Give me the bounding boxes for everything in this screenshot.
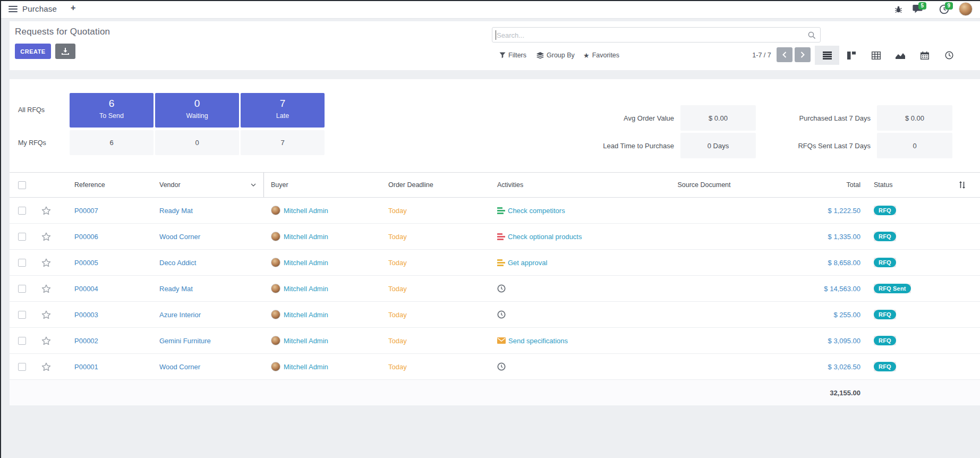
my-to-send-value[interactable]: 6	[70, 130, 154, 155]
view-list-button[interactable]	[815, 46, 839, 65]
app-name[interactable]: Purchase	[22, 4, 57, 13]
pager-previous-button[interactable]	[777, 47, 792, 62]
favorite-star-icon[interactable]	[41, 336, 51, 345]
clock-icon[interactable]	[497, 310, 506, 319]
row-checkbox[interactable]	[18, 259, 26, 267]
vendor-link[interactable]: Ready Mat	[159, 207, 193, 215]
favorite-star-icon[interactable]	[41, 362, 51, 371]
table-row[interactable]: P00005Deco AddictMitchell AdminTodayGet …	[10, 250, 980, 276]
table-row[interactable]: P00002Gemini FurnitureMitchell AdminToda…	[10, 328, 980, 354]
buyer-link[interactable]: Mitchell Admin	[284, 311, 328, 319]
search-icon[interactable]	[808, 31, 816, 41]
pager-next-button[interactable]	[795, 47, 811, 62]
my-late-value[interactable]: 7	[241, 130, 325, 155]
vendor-link[interactable]: Wood Corner	[159, 363, 200, 371]
debug-bug-icon[interactable]	[894, 5, 902, 15]
optional-columns-button[interactable]	[944, 173, 980, 197]
vendor-link[interactable]: Deco Addict	[159, 259, 196, 267]
table-header: Reference Vendor Buyer Order Deadline Ac…	[10, 172, 980, 198]
row-checkbox[interactable]	[18, 337, 26, 345]
calendar-view-icon	[921, 52, 929, 60]
card-waiting[interactable]: 0 Waiting	[155, 93, 239, 128]
vendor-link[interactable]: Gemini Furniture	[159, 337, 211, 345]
row-checkbox[interactable]	[18, 207, 26, 215]
header-order-deadline[interactable]: Order Deadline	[379, 173, 488, 197]
filters-button[interactable]: Filters	[499, 50, 526, 61]
reference-link[interactable]: P00005	[74, 259, 98, 267]
select-all-checkbox[interactable]	[18, 181, 26, 189]
activities-clock-icon[interactable]: 9	[939, 4, 949, 16]
favorite-star-icon[interactable]	[41, 310, 51, 319]
reference-link[interactable]: P00001	[74, 363, 98, 371]
tasks-icon[interactable]	[497, 233, 505, 240]
clock-icon[interactable]	[497, 362, 506, 371]
layers-icon	[536, 52, 544, 59]
favorite-star-icon[interactable]	[41, 284, 51, 293]
header-total[interactable]: Total	[782, 173, 864, 197]
vendor-link[interactable]: Azure Interior	[159, 311, 201, 319]
my-waiting-value[interactable]: 0	[155, 130, 239, 155]
search-input[interactable]: Search...	[492, 27, 821, 43]
top-navbar: Purchase + 5 9	[0, 0, 980, 19]
order-deadline: Today	[388, 233, 407, 241]
reference-link[interactable]: P00004	[74, 285, 98, 293]
buyer-link[interactable]: Mitchell Admin	[284, 363, 328, 371]
reference-link[interactable]: P00007	[74, 207, 98, 215]
tasks-icon[interactable]	[497, 259, 505, 266]
view-kanban-button[interactable]	[839, 46, 864, 65]
table-row[interactable]: P00001Wood CornerMitchell AdminToday$ 3,…	[10, 354, 980, 380]
window-border-left	[0, 0, 1, 458]
new-tab-plus-icon[interactable]: +	[71, 3, 75, 13]
apps-menu-icon[interactable]	[8, 6, 18, 12]
reference-link[interactable]: P00002	[74, 337, 98, 345]
card-late[interactable]: 7 Late	[241, 93, 325, 128]
reference-link[interactable]: P00003	[74, 311, 98, 319]
all-rfqs-filter[interactable]: All RFQs	[18, 106, 45, 114]
table-row[interactable]: P00003Azure InteriorMitchell AdminToday$…	[10, 302, 980, 328]
header-activities[interactable]: Activities	[488, 173, 626, 197]
activity-link[interactable]: Send specifications	[508, 337, 568, 345]
view-activity-button[interactable]	[937, 46, 961, 65]
header-status[interactable]: Status	[864, 173, 944, 197]
table-row[interactable]: P00007Ready MatMitchell AdminTodayCheck …	[10, 198, 980, 224]
row-checkbox[interactable]	[18, 233, 26, 241]
favorite-star-icon[interactable]	[41, 206, 51, 215]
clock-icon[interactable]	[497, 284, 506, 293]
group-by-button[interactable]: Group By	[536, 50, 575, 61]
activity-link[interactable]: Get approval	[508, 259, 547, 267]
reference-link[interactable]: P00006	[74, 233, 98, 241]
activity-link[interactable]: Check optional products	[508, 233, 582, 241]
buyer-link[interactable]: Mitchell Admin	[284, 207, 328, 215]
view-calendar-button[interactable]	[913, 46, 937, 65]
row-checkbox[interactable]	[18, 311, 26, 319]
header-vendor[interactable]: Vendor	[156, 173, 264, 197]
buyer-link[interactable]: Mitchell Admin	[284, 233, 328, 241]
header-buyer[interactable]: Buyer	[264, 173, 379, 197]
vendor-link[interactable]: Wood Corner	[159, 233, 200, 241]
buyer-link[interactable]: Mitchell Admin	[284, 259, 328, 267]
buyer-link[interactable]: Mitchell Admin	[284, 285, 328, 293]
favorite-star-icon[interactable]	[41, 258, 51, 267]
messages-icon[interactable]: 5	[913, 4, 923, 16]
table-row[interactable]: P00004Ready MatMitchell AdminToday$ 14,5…	[10, 276, 980, 302]
user-avatar[interactable]	[959, 2, 973, 16]
activity-link[interactable]: Check competitors	[508, 207, 565, 215]
header-source-document[interactable]: Source Document	[626, 173, 782, 197]
export-button[interactable]	[55, 44, 75, 59]
envelope-icon[interactable]	[497, 337, 506, 344]
view-pivot-button[interactable]	[864, 46, 888, 65]
vendor-link[interactable]: Ready Mat	[159, 285, 193, 293]
create-button[interactable]: CREATE	[15, 44, 51, 59]
row-checkbox[interactable]	[18, 285, 26, 293]
my-rfqs-filter[interactable]: My RFQs	[18, 139, 46, 147]
header-reference[interactable]: Reference	[58, 173, 156, 197]
view-graph-button[interactable]	[888, 46, 913, 65]
table-row[interactable]: P00006Wood CornerMitchell AdminTodayChec…	[10, 224, 980, 250]
row-checkbox[interactable]	[18, 363, 26, 371]
favorite-star-icon[interactable]	[41, 232, 51, 241]
star-icon: ★	[583, 52, 590, 60]
card-to-send[interactable]: 6 To Send	[70, 93, 154, 128]
tasks-icon[interactable]	[497, 207, 505, 214]
favorites-button[interactable]: ★ Favorites	[583, 50, 619, 61]
buyer-link[interactable]: Mitchell Admin	[284, 337, 328, 345]
